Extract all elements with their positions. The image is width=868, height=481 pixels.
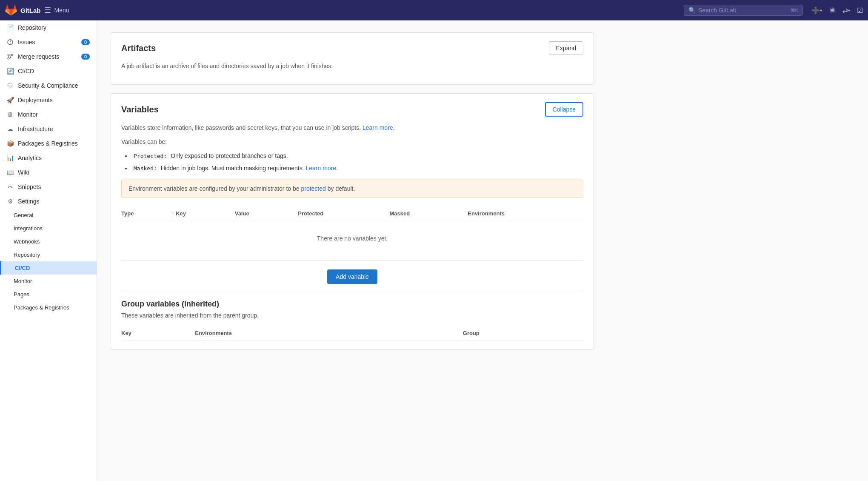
settings-icon: ⚙ bbox=[7, 198, 14, 205]
masked-desc: Hidden in job logs. Must match masking r… bbox=[161, 165, 304, 172]
group-vars-desc: These variables are inherited from the p… bbox=[121, 312, 583, 319]
sidebar-label: Security & Compliance bbox=[18, 82, 78, 89]
sidebar-sub-integrations[interactable]: Integrations bbox=[0, 222, 97, 235]
environments-header: Environments bbox=[463, 206, 583, 221]
menu-button[interactable]: ☰ Menu bbox=[44, 6, 69, 15]
sidebar: 📄 Repository Issues 0 Merge requests 0 🔄… bbox=[0, 20, 97, 481]
variables-warning-box: Environment variables are configured by … bbox=[121, 180, 583, 198]
group-group-header: Group bbox=[463, 326, 583, 341]
protected-header: Protected bbox=[293, 206, 384, 221]
warning-text: Environment variables are configured by … bbox=[128, 185, 300, 192]
sidebar-item-monitor[interactable]: 🖥 Monitor bbox=[0, 107, 97, 122]
sidebar-label: Merge requests bbox=[18, 53, 59, 60]
sidebar-item-security[interactable]: 🛡 Security & Compliance bbox=[0, 78, 97, 93]
group-environments-header: Environments bbox=[195, 326, 463, 341]
plus-icon[interactable]: ➕ ▾ bbox=[811, 6, 822, 14]
group-variables-section: Group variables (inherited) These variab… bbox=[121, 300, 583, 341]
layout: 📄 Repository Issues 0 Merge requests 0 🔄… bbox=[0, 20, 868, 481]
sidebar-sub-label: Integrations bbox=[14, 225, 43, 232]
group-vars-header-row: Key Environments Group bbox=[121, 326, 583, 341]
variables-table-head: Type ↑ Key Value Protected Masked Enviro… bbox=[121, 206, 583, 221]
variables-section: Variables Collapse Variables store infor… bbox=[111, 93, 594, 350]
group-vars-table-head: Key Environments Group bbox=[121, 326, 583, 341]
package-icon: 📦 bbox=[7, 140, 14, 147]
search-icon: 🔍 bbox=[688, 7, 696, 14]
sidebar-item-infrastructure[interactable]: ☁ Infrastructure bbox=[0, 122, 97, 136]
add-variable-row: Add variable bbox=[121, 269, 583, 284]
sidebar-sub-monitor[interactable]: Monitor bbox=[0, 275, 97, 288]
group-vars-divider bbox=[121, 291, 583, 291]
sidebar-sub-general[interactable]: General bbox=[0, 209, 97, 222]
sidebar-label: CI/CD bbox=[18, 68, 34, 74]
artifacts-body: A job artifact is an archive of files an… bbox=[111, 62, 594, 84]
sidebar-sub-packages[interactable]: Packages & Registries bbox=[0, 301, 97, 314]
protected-code: Protected: bbox=[131, 152, 169, 160]
value-header: Value bbox=[230, 206, 293, 221]
add-variable-button[interactable]: Add variable bbox=[327, 269, 377, 284]
sidebar-item-merge-requests[interactable]: Merge requests 0 bbox=[0, 49, 97, 64]
sidebar-label: Monitor bbox=[18, 111, 38, 118]
sidebar-label: Infrastructure bbox=[18, 126, 53, 132]
artifacts-expand-button[interactable]: Expand bbox=[549, 41, 583, 55]
sidebar-item-snippets[interactable]: ✂ Snippets bbox=[0, 180, 97, 194]
artifacts-header: Artifacts Expand bbox=[111, 33, 594, 62]
sidebar-sub-cicd[interactable]: CI/CD bbox=[0, 261, 97, 275]
key-header-label: Key bbox=[176, 210, 186, 217]
variables-learn-more-link[interactable]: Learn more. bbox=[363, 124, 394, 131]
sidebar-item-packages[interactable]: 📦 Packages & Registries bbox=[0, 136, 97, 151]
sidebar-sub-webhooks[interactable]: Webhooks bbox=[0, 235, 97, 248]
sidebar-sub-label: Webhooks bbox=[14, 238, 40, 245]
wiki-icon: 📖 bbox=[7, 169, 14, 176]
sidebar-item-repository[interactable]: 📄 Repository bbox=[0, 20, 97, 35]
masked-type-item: Masked: Hidden in job logs. Must match m… bbox=[131, 164, 583, 173]
cicd-icon: 🔄 bbox=[7, 68, 14, 74]
sidebar-item-cicd[interactable]: 🔄 CI/CD bbox=[0, 64, 97, 78]
masked-learn-more-link[interactable]: Learn more. bbox=[306, 165, 338, 172]
shield-icon: 🛡 bbox=[7, 82, 14, 89]
variables-table-body: There are no variables yet. bbox=[121, 221, 583, 256]
content-area: Artifacts Expand A job artifact is an ar… bbox=[97, 20, 608, 370]
variables-header: Variables Collapse bbox=[111, 94, 594, 123]
sidebar-label: Analytics bbox=[18, 155, 42, 161]
logo-text: GitLab bbox=[20, 7, 41, 14]
group-key-header: Key bbox=[121, 326, 195, 341]
main-content: Artifacts Expand A job artifact is an ar… bbox=[97, 20, 868, 481]
screen-icon[interactable]: 🖥 bbox=[829, 6, 836, 14]
variables-can-be: Variables can be: bbox=[121, 137, 583, 146]
snippets-icon: ✂ bbox=[7, 183, 14, 190]
sidebar-sub-label: Packages & Registries bbox=[14, 304, 69, 311]
sidebar-label: Repository bbox=[18, 24, 46, 31]
sidebar-item-issues[interactable]: Issues 0 bbox=[0, 35, 97, 49]
variables-title: Variables bbox=[121, 105, 159, 115]
warning-protected-link[interactable]: protected bbox=[301, 185, 326, 192]
sidebar-sub-repository[interactable]: Repository bbox=[0, 248, 97, 261]
masked-header: Masked bbox=[384, 206, 463, 221]
sidebar-sub-label: Monitor bbox=[14, 278, 32, 284]
variables-collapse-button[interactable]: Collapse bbox=[545, 102, 583, 117]
sidebar-item-settings[interactable]: ⚙ Settings bbox=[0, 194, 97, 209]
sidebar-label: Wiki bbox=[18, 169, 29, 176]
svg-point-3 bbox=[8, 54, 9, 56]
svg-point-5 bbox=[8, 57, 9, 59]
group-variables-table: Key Environments Group bbox=[121, 326, 583, 341]
sidebar-sub-pages[interactable]: Pages bbox=[0, 288, 97, 301]
repo-icon: 📄 bbox=[7, 24, 14, 31]
sidebar-item-wiki[interactable]: 📖 Wiki bbox=[0, 165, 97, 180]
variables-empty-row: There are no variables yet. bbox=[121, 221, 583, 256]
sidebar-item-analytics[interactable]: 📊 Analytics bbox=[0, 151, 97, 165]
merge-badge: 0 bbox=[81, 54, 90, 60]
search-shortcut: ⌘K bbox=[791, 8, 798, 13]
sidebar-label: Snippets bbox=[18, 183, 41, 190]
variables-description: Variables store information, like passwo… bbox=[121, 123, 583, 132]
sort-icon: ↑ bbox=[171, 210, 174, 217]
sidebar-label: Issues bbox=[18, 39, 35, 46]
search-input[interactable] bbox=[698, 7, 788, 14]
sidebar-label: Deployments bbox=[18, 97, 53, 103]
sidebar-item-deployments[interactable]: 🚀 Deployments bbox=[0, 93, 97, 107]
key-header: ↑ Key bbox=[166, 206, 230, 221]
gitlab-logo[interactable]: GitLab bbox=[5, 4, 41, 16]
search-bar[interactable]: 🔍 ⌘K bbox=[684, 5, 803, 16]
todo-icon[interactable]: ☑ bbox=[857, 6, 863, 14]
sidebar-label: Packages & Registries bbox=[18, 140, 78, 147]
merge-request-icon[interactable]: ⇄ ▾ bbox=[842, 6, 850, 14]
